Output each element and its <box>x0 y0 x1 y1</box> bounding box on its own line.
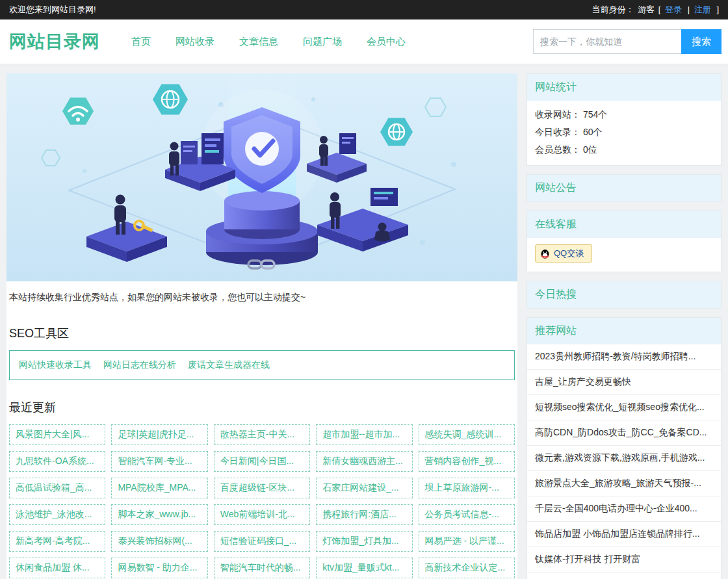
identity-label: 当前身份： <box>592 5 634 14</box>
nav-link[interactable]: 首页 <box>131 36 151 48</box>
stats-value: 60个 <box>583 123 603 141</box>
recent-site-link[interactable]: 脚本之家_www.jb... <box>111 504 207 525</box>
recommend-site-link[interactable]: 高防CDN_防Ddos攻击_防CC_免备案CD... <box>527 420 721 446</box>
topbar: 欢迎您来到网站目录网! 当前身份： 游客 [ 登录 | 注册 ] <box>0 0 728 19</box>
hot-search-panel-title: 今日热搜 <box>527 281 721 308</box>
search-button[interactable]: 搜索 <box>681 29 722 54</box>
banner-illustration <box>6 73 517 281</box>
seo-tools-title: SEO工具区 <box>9 326 515 341</box>
recent-site-link[interactable]: 灯饰加盟_灯具加... <box>316 531 412 552</box>
welcome-text: 欢迎您来到网站目录网! <box>9 4 96 16</box>
login-link[interactable]: 登录 <box>665 5 682 14</box>
recent-site-link[interactable]: 携程旅行网:酒店... <box>316 504 412 525</box>
recent-site-link[interactable]: 智能汽车网-专业... <box>111 451 207 472</box>
recent-site-link[interactable]: 公务员考试信息-... <box>419 504 515 525</box>
stats-value: 0位 <box>583 141 597 159</box>
recent-site-link[interactable]: 营销内容创作_视... <box>419 451 515 472</box>
recommend-list: 2023贵州教师招聘-教资/特岗教师招聘...吉屋_让房产交易更畅快短视频seo… <box>527 344 721 579</box>
register-link[interactable]: 注册 <box>694 5 711 14</box>
site-logo[interactable]: 网站目录网 <box>9 30 100 53</box>
notice-panel: 网站公告 <box>526 174 722 202</box>
search-bar: 搜索 <box>533 29 722 54</box>
main-column: 本站持续收集行业优秀站点，如果您的网站未被收录，您也可以主动提交~ SEO工具区… <box>6 73 517 579</box>
recent-site-link[interactable]: 网易数智 - 助力企... <box>111 558 207 578</box>
recent-site-link[interactable]: 短信验证码接口_... <box>214 531 310 552</box>
stats-panel-title: 网站统计 <box>527 74 721 101</box>
main-nav: 首页网站收录文章信息问题广场会员中心 <box>131 36 533 48</box>
qq-chat-label: QQ交谈 <box>554 248 584 259</box>
identity-area: 当前身份： 游客 [ 登录 | 注册 ] <box>591 4 719 16</box>
stats-body: 收录网站： 754个 今日收录： 60个 会员总数： 0位 <box>527 101 721 165</box>
notice-panel-title: 网站公告 <box>527 175 721 201</box>
nav-link[interactable]: 问题广场 <box>303 36 342 48</box>
search-input[interactable] <box>533 29 681 54</box>
recent-site-link[interactable]: 休闲食品加盟 休... <box>9 558 105 578</box>
sidebar: 网站统计 收录网站： 754个 今日收录： 60个 <box>526 73 722 579</box>
recommend-site-link[interactable]: 微元素,游戏资源下载,游戏原画,手机游戏... <box>527 446 721 471</box>
recent-site-link[interactable]: 新高考网-高考院... <box>9 531 105 552</box>
recent-site-link[interactable]: 高新技术企业认定... <box>419 558 515 578</box>
site-header: 网站目录网 首页网站收录文章信息问题广场会员中心 搜索 <box>0 19 728 64</box>
recent-site-link[interactable]: 感统失调_感统训... <box>419 424 515 445</box>
recommend-panel-title: 推荐网站 <box>527 318 721 344</box>
stats-label: 今日收录： <box>535 123 580 141</box>
service-panel: 在线客服 QQ交谈 <box>526 211 722 272</box>
hot-search-panel: 今日热搜 <box>526 281 722 309</box>
recent-site-link[interactable]: 新倩女幽魂西游主... <box>316 451 412 472</box>
bracket-close: ] <box>716 5 719 14</box>
person-upper-right <box>319 136 328 166</box>
recent-site-link[interactable]: 九思软件-OA系统... <box>9 451 105 472</box>
recent-site-link[interactable]: 坝上草原旅游网-... <box>419 478 515 498</box>
recent-site-link[interactable]: 高低温试验箱_高... <box>9 478 105 498</box>
recommend-site-link[interactable]: 旅游景点大全_旅游攻略_旅游天气预报-... <box>527 471 721 496</box>
recent-sites-grid: 风景图片大全|风...足球|英超|虎扑足...散热器主页-中关...超市加盟--… <box>9 424 515 579</box>
recommend-site-link[interactable]: 短视频seo搜索优化_短视频seo搜索优化... <box>527 395 721 420</box>
nav-link[interactable]: 会员中心 <box>367 36 406 48</box>
recent-site-link[interactable]: 网易严选 - 以严谨... <box>419 531 515 552</box>
recommend-site-link[interactable]: 饰品店加盟 小饰品加盟店连锁品牌排行... <box>527 522 721 547</box>
stats-panel: 网站统计 收录网站： 754个 今日收录： 60个 <box>526 73 722 166</box>
recommend-panel: 推荐网站 2023贵州教师招聘-教资/特岗教师招聘...吉屋_让房产交易更畅快短… <box>526 317 722 579</box>
recent-site-link[interactable]: 泰兴装饰招标网(... <box>111 531 207 552</box>
recommend-site-link[interactable]: 千层云-全国400电话办理中心-企业400... <box>527 496 721 522</box>
nav-link[interactable]: 网站收录 <box>176 36 214 48</box>
recent-site-link[interactable]: Web前端培训-北... <box>214 504 310 525</box>
service-panel-title: 在线客服 <box>527 211 721 238</box>
service-body: QQ交谈 <box>527 238 721 272</box>
recommend-site-link[interactable]: 2023贵州教师招聘-教资/特岗教师招聘... <box>527 344 721 370</box>
recent-site-link[interactable]: 石家庄网站建设_... <box>316 478 412 498</box>
stats-value: 754个 <box>583 106 607 123</box>
recent-site-link[interactable]: 散热器主页-中关... <box>214 424 310 445</box>
recent-site-link[interactable]: MPA院校库_MPA... <box>111 478 207 498</box>
seo-tool-link[interactable]: 网站快速收录工具 <box>19 359 92 371</box>
stats-row: 今日收录： 60个 <box>535 123 713 141</box>
recommend-site-link[interactable]: 钛媒体-打开科技 打开财富 <box>527 547 721 573</box>
stats-label: 收录网站： <box>535 106 580 123</box>
stats-row: 收录网站： 754个 <box>535 106 713 123</box>
site-notice-text: 本站持续收集行业优秀站点，如果您的网站未被收录，您也可以主动提交~ <box>6 281 517 306</box>
qq-penguin-icon <box>540 249 550 259</box>
seo-tool-link[interactable]: 废话文章生成器在线 <box>188 359 270 371</box>
recent-site-link[interactable]: 风景图片大全|风... <box>9 424 105 445</box>
recent-site-link[interactable]: 智能汽车时代的畅... <box>214 558 310 578</box>
bracket-open: [ <box>658 5 661 14</box>
recent-updates-title: 最近更新 <box>9 400 515 415</box>
qq-chat-button[interactable]: QQ交谈 <box>535 244 592 263</box>
recent-site-link[interactable]: 泳池维护_泳池改... <box>9 504 105 525</box>
recent-site-link[interactable]: 今日新闻|今日国... <box>214 451 310 472</box>
content-area: 本站持续收集行业优秀站点，如果您的网站未被收录，您也可以主动提交~ SEO工具区… <box>0 64 728 579</box>
recommend-site-link[interactable]: 吉屋_让房产交易更畅快 <box>527 370 721 395</box>
recent-site-link[interactable]: 百度超级链-区块... <box>214 478 310 498</box>
pipe-divider: | <box>688 5 690 14</box>
stats-row: 会员总数： 0位 <box>535 141 713 159</box>
seo-tool-link[interactable]: 网站日志在线分析 <box>103 359 176 371</box>
recent-site-link[interactable]: 超市加盟--超市加... <box>316 424 412 445</box>
recent-site-link[interactable]: 足球|英超|虎扑足... <box>111 424 207 445</box>
recent-site-link[interactable]: ktv加盟_量贩式kt... <box>316 558 412 578</box>
stats-label: 会员总数： <box>535 141 580 159</box>
seo-toolbox: 网站快速收录工具网站日志在线分析废话文章生成器在线 <box>9 350 515 380</box>
guest-label: 游客 <box>638 5 655 14</box>
page: 欢迎您来到网站目录网! 当前身份： 游客 [ 登录 | 注册 ] 网站目录网 首… <box>0 0 728 579</box>
recommend-site-link[interactable]: 松松营销 - 专业的人脉社交平台 <box>527 573 721 579</box>
nav-link[interactable]: 文章信息 <box>239 36 278 48</box>
